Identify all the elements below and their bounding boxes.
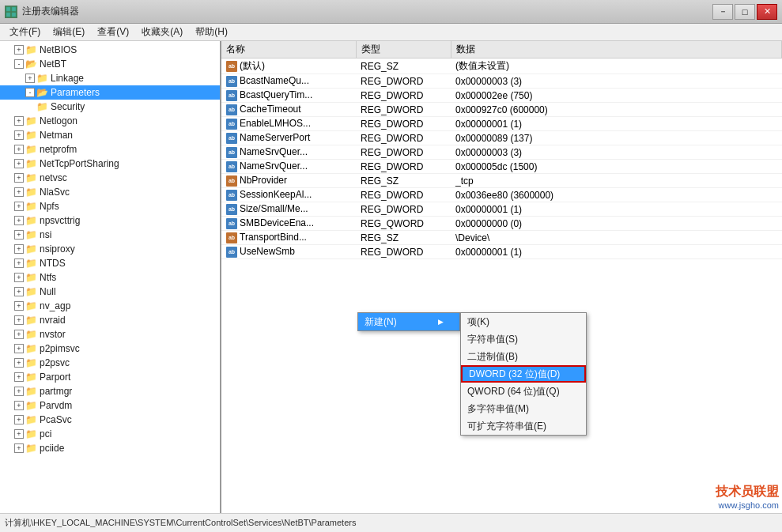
folder-icon-nv-agp: 📁 bbox=[25, 300, 37, 311]
expand-partmgr[interactable]: + bbox=[14, 387, 24, 396]
reg-name: NameSrvQuer... bbox=[240, 160, 308, 172]
tree-label-netlogon: Netlogon bbox=[40, 115, 77, 126]
expand-parvdm[interactable]: + bbox=[14, 401, 24, 410]
folder-icon-nsi: 📁 bbox=[25, 229, 37, 240]
table-row[interactable]: ab(默认) REG_SZ (数值未设置) bbox=[221, 58, 782, 74]
tree-item-pci[interactable]: + 📁 pci bbox=[0, 427, 220, 441]
expand-nsiproxy[interactable]: + bbox=[14, 244, 24, 254]
close-button[interactable]: ✕ bbox=[757, 4, 777, 20]
tree-item-pcasvc[interactable]: + 📁 PcaSvc bbox=[0, 413, 220, 427]
tree-item-netbios[interactable]: + 📁 NetBIOS bbox=[0, 43, 220, 57]
expand-ntds[interactable]: + bbox=[14, 258, 24, 268]
expand-ntfs[interactable]: + bbox=[14, 273, 24, 282]
col-header-data: 数据 bbox=[451, 41, 782, 58]
expand-npfs[interactable]: + bbox=[14, 202, 24, 211]
menu-edit[interactable]: 编辑(E) bbox=[47, 24, 91, 40]
tree-item-nettcpportsharing[interactable]: + 📁 NetTcpPortSharing bbox=[0, 157, 220, 171]
table-row[interactable]: abEnableLMHOS... REG_DWORD 0x00000001 (1… bbox=[221, 117, 782, 131]
expand-p2psvc[interactable]: + bbox=[14, 358, 24, 368]
expand-netbios[interactable]: + bbox=[14, 45, 24, 55]
tree-item-ntfs[interactable]: + 📁 Ntfs bbox=[0, 270, 220, 285]
folder-icon: 📁 bbox=[25, 44, 37, 55]
tree-item-parport[interactable]: + 📁 Parport bbox=[0, 370, 220, 384]
tree-item-nlasvc[interactable]: + 📁 NlaSvc bbox=[0, 185, 220, 199]
cell-data: 0x00000000 (0) bbox=[451, 217, 782, 231]
expand-parport[interactable]: + bbox=[14, 372, 24, 382]
table-row[interactable]: abTransportBind... REG_SZ \Device\ bbox=[221, 231, 782, 245]
table-row[interactable]: abSessionKeepAl... REG_DWORD 0x0036ee80 … bbox=[221, 188, 782, 202]
table-row[interactable]: abNbProvider REG_SZ _tcp bbox=[221, 174, 782, 188]
tree-item-netman[interactable]: + 📁 Netman bbox=[0, 128, 220, 142]
expand-nsi[interactable]: + bbox=[14, 230, 24, 240]
table-row[interactable]: abCacheTimeout REG_DWORD 0x000927c0 (600… bbox=[221, 103, 782, 117]
table-row[interactable]: abBcastQueryTim... REG_DWORD 0x000002ee … bbox=[221, 89, 782, 103]
expand-netman[interactable]: + bbox=[14, 130, 24, 140]
tree-item-ntds[interactable]: + 📁 NTDS bbox=[0, 256, 220, 270]
table-row[interactable]: abSMBDeviceEna... REG_QWORD 0x00000000 (… bbox=[221, 217, 782, 231]
expand-npsvcttrig[interactable]: + bbox=[14, 216, 24, 225]
expand-netvsc[interactable]: + bbox=[14, 173, 24, 183]
tree-item-nsi[interactable]: + 📁 nsi bbox=[0, 228, 220, 242]
minimize-button[interactable]: － bbox=[712, 4, 733, 20]
tree-item-security[interactable]: 📁 Security bbox=[0, 100, 220, 114]
tree-label-pci: pci bbox=[40, 428, 51, 440]
tree-item-parameters[interactable]: - 📂 Parameters bbox=[0, 85, 220, 100]
menu-help[interactable]: 帮助(H) bbox=[189, 24, 234, 40]
tree-item-npsvcttrig[interactable]: + 📁 npsvcttrig bbox=[0, 213, 220, 228]
tree-item-partmgr[interactable]: + 📁 partmgr bbox=[0, 384, 220, 398]
expand-nettcpportsharing[interactable]: + bbox=[14, 159, 24, 168]
tree-item-nvstor[interactable]: + 📁 nvstor bbox=[0, 327, 220, 341]
table-row[interactable]: abUseNewSmb REG_DWORD 0x00000001 (1) bbox=[221, 245, 782, 259]
tree-label-nvstor: nvstor bbox=[40, 329, 66, 340]
maximize-button[interactable]: □ bbox=[735, 4, 755, 20]
expand-null[interactable]: + bbox=[14, 287, 24, 296]
expand-pciide[interactable]: + bbox=[14, 443, 24, 453]
expand-netbt[interactable]: - bbox=[14, 59, 24, 69]
tree-item-nv-agp[interactable]: + 📁 nv_agp bbox=[0, 299, 220, 313]
tree-item-netprofm[interactable]: + 📁 netprofm bbox=[0, 142, 220, 157]
tree-label-null: Null bbox=[40, 286, 56, 297]
tree-item-nsiproxy[interactable]: + 📁 nsiproxy bbox=[0, 242, 220, 256]
folder-icon-parvdm: 📁 bbox=[25, 400, 37, 411]
expand-linkage[interactable]: + bbox=[25, 74, 35, 83]
expand-pcasvc[interactable]: + bbox=[14, 415, 24, 424]
tree-item-netbt[interactable]: - 📂 NetBT bbox=[0, 57, 220, 71]
content-panel[interactable]: 名称 类型 数据 ab(默认) REG_SZ (数值未设置) abBcastNa… bbox=[221, 41, 782, 513]
expand-nlasvc[interactable]: + bbox=[14, 187, 24, 197]
expand-nv-agp[interactable]: + bbox=[14, 301, 24, 311]
expand-p2pimsvc[interactable]: + bbox=[14, 344, 24, 353]
table-row[interactable]: abSize/Small/Me... REG_DWORD 0x00000001 … bbox=[221, 202, 782, 217]
cell-type: REG_DWORD bbox=[356, 145, 451, 160]
expand-nvraid[interactable]: + bbox=[14, 315, 24, 325]
cell-data: 0x00000003 (3) bbox=[451, 74, 782, 89]
folder-icon-nvstor: 📁 bbox=[25, 329, 37, 340]
tree-item-linkage[interactable]: + 📁 Linkage bbox=[0, 71, 220, 85]
expand-nvstor[interactable]: + bbox=[14, 330, 24, 339]
expand-pci[interactable]: + bbox=[14, 429, 24, 439]
menu-file[interactable]: 文件(F) bbox=[3, 24, 47, 40]
tree-item-nvraid[interactable]: + 📁 nvraid bbox=[0, 313, 220, 327]
tree-item-pciide[interactable]: + 📁 pciide bbox=[0, 441, 220, 455]
tree-item-p2pimsvc[interactable]: + 📁 p2pimsvc bbox=[0, 341, 220, 356]
cell-type: REG_DWORD bbox=[356, 202, 451, 217]
expand-netlogon[interactable]: + bbox=[14, 116, 24, 126]
tree-item-netvsc[interactable]: + 📁 netvsc bbox=[0, 171, 220, 185]
table-row[interactable]: abNameSrvQuer... REG_DWORD 0x00000003 (3… bbox=[221, 145, 782, 160]
tree-panel[interactable]: + 📁 NetBIOS - 📂 NetBT + 📁 Linkage - 📂 Pa… bbox=[0, 41, 221, 513]
tree-item-null[interactable]: + 📁 Null bbox=[0, 285, 220, 299]
table-row[interactable]: abNameServerPort REG_DWORD 0x00000089 (1… bbox=[221, 131, 782, 145]
folder-icon-ntfs: 📁 bbox=[25, 272, 37, 283]
menu-view[interactable]: 查看(V) bbox=[91, 24, 135, 40]
tree-item-netlogon[interactable]: + 📁 Netlogon bbox=[0, 114, 220, 128]
table-row[interactable]: abNameSrvQuer... REG_DWORD 0x000005dc (1… bbox=[221, 160, 782, 174]
folder-icon-nvraid: 📁 bbox=[25, 315, 37, 326]
folder-icon-nsiproxy: 📁 bbox=[25, 243, 37, 255]
expand-parameters[interactable]: - bbox=[25, 88, 35, 97]
tree-item-npfs[interactable]: + 📁 Npfs bbox=[0, 199, 220, 213]
menu-favorites[interactable]: 收藏夹(A) bbox=[135, 24, 189, 40]
tree-item-parvdm[interactable]: + 📁 Parvdm bbox=[0, 398, 220, 413]
tree-item-p2psvc[interactable]: + 📁 p2psvc bbox=[0, 356, 220, 370]
table-row[interactable]: abBcastNameQu... REG_DWORD 0x00000003 (3… bbox=[221, 74, 782, 89]
expand-netprofm[interactable]: + bbox=[14, 145, 24, 154]
cell-type: REG_DWORD bbox=[356, 117, 451, 131]
